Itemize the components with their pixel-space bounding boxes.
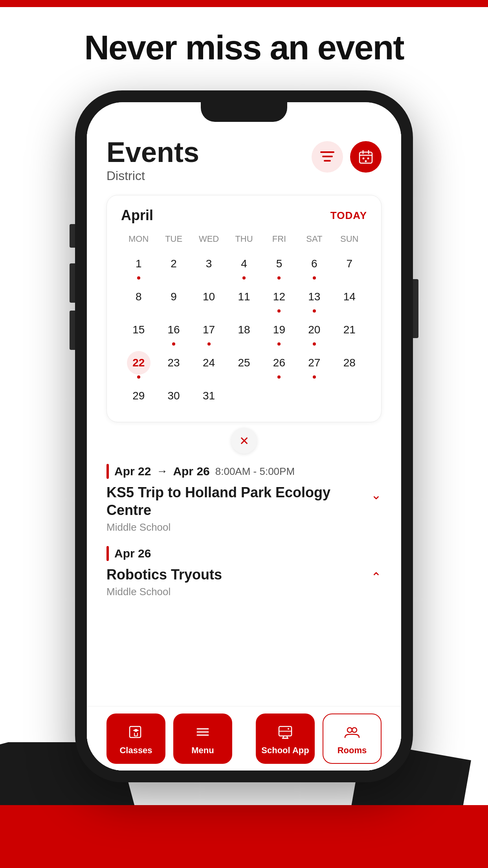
chevron-down-icon-1[interactable]: ⌄	[371, 487, 382, 502]
events-title: Events	[106, 138, 199, 166]
day-tue: TUE	[156, 232, 191, 246]
cal-cell-17[interactable]: 17	[191, 316, 226, 348]
filter-icon	[320, 151, 334, 162]
calendar-month: April	[121, 207, 153, 224]
events-title-group: Events District	[106, 138, 199, 183]
event-date-start-2: Apr 26	[114, 547, 151, 560]
svg-point-5	[367, 158, 369, 160]
tab-menu[interactable]: Menu	[173, 714, 232, 764]
tab-classes[interactable]: Classes	[106, 714, 165, 764]
cal-cell-21[interactable]: 21	[332, 316, 367, 348]
event-item-2: Apr 26 Robotics Tryouts Middle School ⌃	[106, 546, 382, 600]
collapse-calendar-button[interactable]: ✕	[87, 428, 401, 454]
phone-mockup: Events District	[75, 90, 413, 782]
cal-cell-empty2	[262, 382, 297, 410]
menu-icon	[193, 722, 213, 742]
event-date-row-2: Apr 26	[106, 546, 382, 561]
day-sun: SUN	[332, 232, 367, 246]
cal-cell-30[interactable]: 30	[156, 382, 191, 410]
cal-cell-4[interactable]: 4	[226, 250, 261, 282]
cal-cell-5[interactable]: 5	[262, 250, 297, 282]
phone-notch	[201, 102, 287, 122]
header-buttons	[312, 141, 382, 173]
event-arrow-1: →	[156, 465, 167, 478]
day-thu: THU	[226, 232, 261, 246]
cal-cell-3[interactable]: 3	[191, 250, 226, 282]
event-card-2[interactable]: Robotics Tryouts Middle School ⌃	[106, 564, 382, 600]
svg-point-18	[347, 728, 352, 732]
event-info-2: Robotics Tryouts Middle School	[106, 566, 222, 598]
day-wed: WED	[191, 232, 226, 246]
tab-rooms[interactable]: Rooms	[323, 714, 382, 764]
cal-cell-14[interactable]: 14	[332, 283, 367, 315]
event-school-1: Middle School	[106, 521, 334, 533]
event-date-row-1: Apr 22 → Apr 26 8:00AM - 5:00PM	[106, 464, 382, 479]
cal-cell-empty4	[332, 382, 367, 410]
cal-cell-12[interactable]: 12	[262, 283, 297, 315]
svg-point-6	[365, 160, 367, 162]
day-mon: MON	[121, 232, 156, 246]
tab-bar: Classes Menu	[87, 706, 401, 771]
cal-cell-9[interactable]: 9	[156, 283, 191, 315]
tab-menu-label: Menu	[191, 745, 214, 756]
cal-cell-7[interactable]: 7	[332, 250, 367, 282]
rooms-icon	[342, 722, 362, 742]
screen-content: Events District	[87, 124, 401, 771]
phone-volume-up-button	[70, 263, 75, 303]
cal-cell-24[interactable]: 24	[191, 349, 226, 381]
cal-cell-15[interactable]: 15	[121, 316, 156, 348]
cal-cell-25[interactable]: 25	[226, 349, 261, 381]
school-app-icon	[275, 722, 295, 742]
day-fri: FRI	[262, 232, 297, 246]
calendar-today-button[interactable]: TODAY	[330, 210, 367, 222]
filter-button[interactable]	[312, 141, 343, 173]
event-info-1: KS5 Trip to Holland Park Ecology Centre …	[106, 484, 334, 533]
calendar-widget: April TODAY MON TUE WED THU FRI SAT SUN	[106, 195, 382, 422]
events-header: Events District	[87, 124, 401, 191]
cal-cell-10[interactable]: 10	[191, 283, 226, 315]
cal-cell-22[interactable]: 22	[121, 349, 156, 381]
svg-point-17	[288, 728, 289, 730]
cal-cell-26[interactable]: 26	[262, 349, 297, 381]
tab-school-app[interactable]: School App	[256, 714, 315, 764]
cal-cell-27[interactable]: 27	[297, 349, 332, 381]
cal-cell-20[interactable]: 20	[297, 316, 332, 348]
event-card-1[interactable]: KS5 Trip to Holland Park Ecology Centre …	[106, 482, 382, 535]
svg-point-4	[363, 158, 365, 160]
cal-cell-28[interactable]: 28	[332, 349, 367, 381]
cal-cell-19[interactable]: 19	[262, 316, 297, 348]
cal-cell-29[interactable]: 29	[121, 382, 156, 410]
calendar-view-button[interactable]	[350, 141, 382, 173]
phone-screen: Events District	[87, 102, 401, 771]
calendar-icon	[358, 149, 374, 165]
cal-cell-2[interactable]: 2	[156, 250, 191, 282]
tab-classes-label: Classes	[119, 745, 152, 756]
top-red-bar	[0, 0, 488, 7]
classes-icon	[126, 722, 146, 742]
cal-cell-16[interactable]: 16	[156, 316, 191, 348]
phone-volume-down-button	[70, 311, 75, 350]
cal-cell-23[interactable]: 23	[156, 349, 191, 381]
cal-cell-empty3	[297, 382, 332, 410]
chevron-up-icon-2[interactable]: ⌃	[371, 570, 382, 585]
cal-cell-13[interactable]: 13	[297, 283, 332, 315]
event-name-1: KS5 Trip to Holland Park Ecology Centre	[106, 484, 334, 519]
cal-cell-8[interactable]: 8	[121, 283, 156, 315]
tab-rooms-label: Rooms	[338, 745, 367, 756]
calendar-header: April TODAY	[121, 207, 367, 224]
event-date-bar-1	[106, 464, 109, 479]
event-time-1: 8:00AM - 5:00PM	[215, 465, 295, 478]
tab-right-group: School App Rooms	[256, 714, 382, 764]
cal-cell-1[interactable]: 1	[121, 250, 156, 282]
cal-cell-empty1	[226, 382, 261, 410]
svg-point-19	[352, 728, 357, 732]
event-name-2: Robotics Tryouts	[106, 566, 222, 583]
cal-cell-6[interactable]: 6	[297, 250, 332, 282]
event-school-2: Middle School	[106, 586, 222, 598]
calendar-grid: 1 2 3 4 5 6 7 8 9 10 11 12 13 1	[121, 250, 367, 410]
cal-cell-11[interactable]: 11	[226, 283, 261, 315]
events-list: Apr 22 → Apr 26 8:00AM - 5:00PM KS5 Trip…	[87, 456, 401, 600]
cal-cell-18[interactable]: 18	[226, 316, 261, 348]
page-headline: Never miss an event	[0, 28, 488, 68]
cal-cell-31[interactable]: 31	[191, 382, 226, 410]
